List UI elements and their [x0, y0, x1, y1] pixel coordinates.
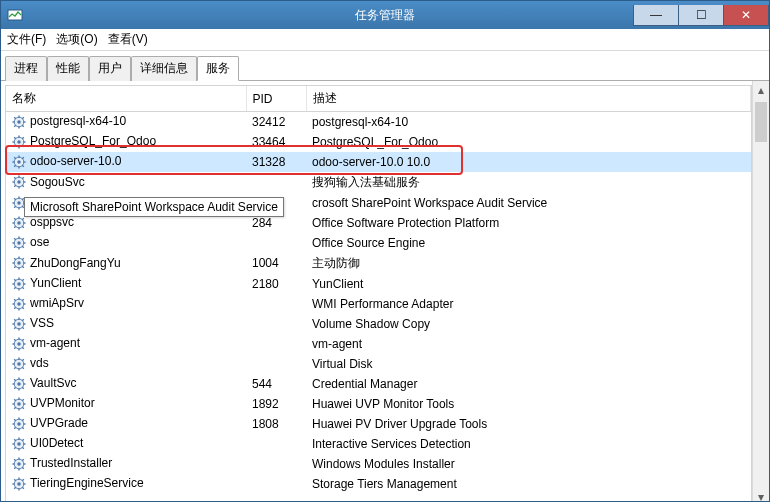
svg-line-87 — [14, 279, 16, 281]
svg-line-100 — [22, 299, 24, 301]
service-icon — [12, 276, 30, 290]
svg-point-62 — [17, 241, 21, 245]
service-pid: 32412 — [246, 112, 306, 132]
close-button[interactable]: ✕ — [723, 5, 769, 26]
service-pid — [246, 294, 306, 314]
svg-line-187 — [14, 479, 16, 481]
svg-line-90 — [22, 279, 24, 281]
svg-point-12 — [17, 140, 21, 144]
service-icon — [12, 356, 30, 370]
minimize-button[interactable]: — — [633, 5, 679, 26]
service-desc: vm-agent — [306, 334, 751, 354]
svg-line-107 — [14, 319, 16, 321]
window-title: 任务管理器 — [355, 7, 415, 24]
svg-line-147 — [14, 399, 16, 401]
table-row[interactable]: vdsVirtual Disk — [6, 354, 751, 374]
table-row[interactable]: wmiApSrvWMI Performance Adapter — [6, 294, 751, 314]
svg-line-89 — [14, 287, 16, 289]
service-name: ose — [30, 235, 49, 249]
svg-point-52 — [17, 221, 21, 225]
titlebar[interactable]: 任务管理器 — ☐ ✕ — [1, 1, 769, 29]
table-row[interactable]: YunClient2180YunClient — [6, 274, 751, 294]
table-row[interactable]: TieringEngineServiceStorage Tiers Manage… — [6, 474, 751, 494]
svg-line-108 — [22, 327, 24, 329]
svg-line-20 — [22, 137, 24, 139]
svg-line-78 — [22, 267, 24, 269]
service-desc: Credential Manager — [306, 374, 751, 394]
service-name: VSS — [30, 316, 54, 330]
table-row[interactable]: odoo-server-10.031328odoo-server-10.0 10… — [6, 152, 751, 172]
svg-line-128 — [22, 367, 24, 369]
column-header-desc[interactable]: 描述 — [306, 86, 751, 112]
menu-view[interactable]: 查看(V) — [108, 31, 148, 48]
svg-line-120 — [22, 339, 24, 341]
service-desc: crosoft SharePoint Workspace Audit Servi… — [306, 193, 751, 213]
services-table[interactable]: 名称 PID 描述 postgresql-x64-1032412postgres… — [6, 86, 751, 494]
svg-line-170 — [22, 439, 24, 441]
scroll-down-arrow[interactable]: ▾ — [753, 488, 769, 502]
svg-line-160 — [22, 419, 24, 421]
svg-point-142 — [17, 402, 21, 406]
service-pid: 1808 — [246, 414, 306, 434]
svg-line-148 — [22, 407, 24, 409]
svg-line-70 — [22, 238, 24, 240]
svg-point-102 — [17, 322, 21, 326]
service-icon — [12, 436, 30, 450]
svg-point-122 — [17, 362, 21, 366]
svg-line-38 — [22, 186, 24, 188]
svg-line-7 — [14, 117, 16, 119]
svg-line-29 — [14, 165, 16, 167]
scroll-thumb[interactable] — [755, 102, 767, 142]
service-desc: Huawei UVP Monitor Tools — [306, 394, 751, 414]
svg-line-37 — [14, 178, 16, 180]
tab-services[interactable]: 服务 — [197, 56, 239, 81]
service-pid — [246, 172, 306, 193]
service-name: ZhuDongFangYu — [30, 256, 121, 270]
service-pid: 31328 — [246, 152, 306, 172]
table-row[interactable]: ZhuDongFangYu1004主动防御 — [6, 253, 751, 274]
service-desc: Huawei PV Driver Upgrade Tools — [306, 414, 751, 434]
table-row[interactable]: VSSVolume Shadow Copy — [6, 314, 751, 334]
service-desc: Windows Modules Installer — [306, 454, 751, 474]
tab-performance[interactable]: 性能 — [47, 56, 89, 81]
svg-line-110 — [22, 319, 24, 321]
table-row[interactable]: vm-agentvm-agent — [6, 334, 751, 354]
svg-line-88 — [22, 287, 24, 289]
svg-line-117 — [14, 339, 16, 341]
menu-options[interactable]: 选项(O) — [56, 31, 97, 48]
table-row[interactable]: VaultSvc544Credential Manager — [6, 374, 751, 394]
table-row[interactable]: SogouSvc搜狗输入法基础服务 — [6, 172, 751, 193]
scroll-track[interactable] — [753, 98, 769, 488]
table-row[interactable]: PostgreSQL_For_Odoo33464PostgreSQL_For_O… — [6, 132, 751, 152]
svg-point-92 — [17, 302, 21, 306]
service-desc: PostgreSQL_For_Odoo — [306, 132, 751, 152]
scroll-up-arrow[interactable]: ▴ — [753, 81, 769, 98]
service-desc: Office Software Protection Platform — [306, 213, 751, 233]
maximize-button[interactable]: ☐ — [678, 5, 724, 26]
service-name: TieringEngineService — [30, 476, 144, 490]
tab-users[interactable]: 用户 — [89, 56, 131, 81]
svg-line-169 — [14, 447, 16, 449]
table-row[interactable]: UI0DetectInteractive Services Detection — [6, 434, 751, 454]
content-area: 名称 PID 描述 postgresql-x64-1032412postgres… — [1, 81, 769, 502]
table-row[interactable]: UVPMonitor1892Huawei UVP Monitor Tools — [6, 394, 751, 414]
service-icon — [12, 476, 30, 490]
table-row[interactable]: UVPGrade1808Huawei PV Driver Upgrade Too… — [6, 414, 751, 434]
tab-details[interactable]: 详细信息 — [131, 56, 197, 81]
svg-line-159 — [14, 427, 16, 429]
service-desc: odoo-server-10.0 10.0 — [306, 152, 751, 172]
service-desc: 主动防御 — [306, 253, 751, 274]
service-name: postgresql-x64-10 — [30, 114, 126, 128]
svg-point-82 — [17, 282, 21, 286]
table-row[interactable]: postgresql-x64-1032412postgresql-x64-10 — [6, 112, 751, 132]
vertical-scrollbar[interactable]: ▴ ▾ — [752, 81, 769, 502]
table-row[interactable]: oseOffice Source Engine — [6, 233, 751, 253]
menu-file[interactable]: 文件(F) — [7, 31, 46, 48]
tab-processes[interactable]: 进程 — [5, 56, 47, 81]
service-name: VaultSvc — [30, 376, 76, 390]
service-pid — [246, 334, 306, 354]
column-header-pid[interactable]: PID — [246, 86, 306, 112]
column-header-name[interactable]: 名称 — [6, 86, 246, 112]
table-row[interactable]: TrustedInstallerWindows Modules Installe… — [6, 454, 751, 474]
service-icon — [12, 456, 30, 470]
